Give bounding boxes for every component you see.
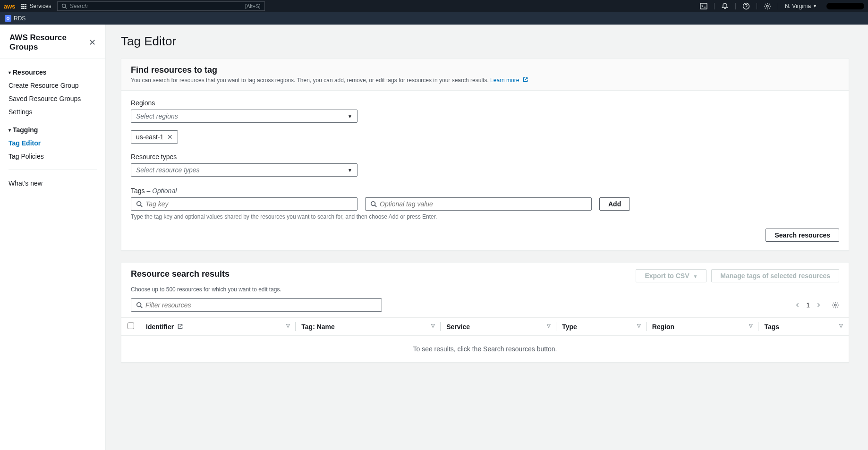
- regions-label: Regions: [131, 99, 839, 107]
- account-menu[interactable]: [826, 3, 864, 9]
- select-all-checkbox[interactable]: [128, 323, 134, 329]
- svg-point-11: [834, 304, 836, 306]
- results-subtitle: Choose up to 500 resources for which you…: [121, 286, 849, 298]
- sidebar-item-create-resource-group[interactable]: Create Resource Group: [0, 79, 105, 92]
- add-tag-button[interactable]: Add: [599, 197, 630, 211]
- settings-icon[interactable]: [764, 2, 771, 10]
- tags-hint: Type the tag key and optional values sha…: [131, 213, 839, 220]
- col-tag-name[interactable]: Tag: Name▽: [296, 318, 441, 336]
- sort-icon: ▽: [431, 323, 435, 328]
- sidebar-section-tagging[interactable]: Tagging: [0, 123, 105, 136]
- sort-icon: ▽: [839, 323, 843, 328]
- find-resources-panel: Find resources to tag You can search for…: [121, 58, 849, 251]
- svg-point-5: [137, 202, 141, 206]
- svg-point-7: [371, 202, 375, 206]
- rds-service-link[interactable]: RDS: [14, 15, 26, 22]
- sort-icon: ▽: [286, 323, 290, 328]
- svg-line-1: [65, 7, 67, 8]
- page-number: 1: [806, 301, 810, 309]
- sidebar-item-whats-new[interactable]: What's new: [0, 177, 105, 190]
- caret-down-icon: ▼: [348, 168, 352, 173]
- caret-down-icon: ▼: [693, 274, 698, 279]
- col-region[interactable]: Region▽: [647, 318, 759, 336]
- sidebar-item-saved-resource-groups[interactable]: Saved Resource Groups: [0, 92, 105, 105]
- region-chip-us-east-1: us-east-1 ✕: [131, 130, 178, 144]
- tag-value-input[interactable]: [365, 197, 592, 211]
- results-table: Identifier ▽ Tag: Name▽ Service▽ Type▽ R…: [121, 317, 849, 362]
- remove-region-icon[interactable]: ✕: [167, 133, 173, 141]
- top-nav: aws Services Search [Alt+S] N. Virginia …: [0, 0, 868, 12]
- external-link-icon: [178, 324, 183, 329]
- notifications-icon[interactable]: [721, 2, 729, 10]
- caret-down-icon: ▼: [348, 114, 352, 119]
- sidebar-item-settings[interactable]: Settings: [0, 105, 105, 119]
- col-service[interactable]: Service▽: [441, 318, 556, 336]
- search-placeholder: Search: [70, 3, 88, 9]
- resource-types-label: Resource types: [131, 153, 839, 161]
- aws-logo[interactable]: aws: [4, 3, 16, 10]
- search-icon: [370, 201, 377, 207]
- results-title: Resource search results: [131, 269, 230, 279]
- svg-point-0: [62, 4, 66, 8]
- service-bar: ⚙ RDS: [0, 12, 868, 25]
- col-type[interactable]: Type▽: [556, 318, 646, 336]
- search-icon: [136, 302, 143, 308]
- find-panel-subtitle: You can search for resources that you wa…: [131, 77, 489, 84]
- col-tags[interactable]: Tags▽: [758, 318, 849, 336]
- svg-point-4: [766, 5, 768, 7]
- cloudshell-icon[interactable]: [700, 2, 707, 10]
- services-menu[interactable]: Services: [30, 3, 51, 9]
- sidebar-title: AWS Resource Groups: [9, 33, 89, 52]
- caret-down-icon: ▼: [813, 4, 817, 8]
- sort-icon: ▽: [749, 323, 753, 328]
- svg-line-10: [141, 306, 143, 308]
- sidebar-section-resources[interactable]: Resources: [0, 66, 105, 79]
- search-shortcut: [Alt+S]: [245, 3, 261, 9]
- sort-icon: ▽: [547, 323, 551, 328]
- filter-resources-input[interactable]: [131, 298, 382, 312]
- page-title: Tag Editor: [121, 34, 849, 49]
- results-panel: Resource search results Export to CSV ▼ …: [121, 262, 849, 363]
- search-icon: [61, 3, 67, 9]
- sort-icon: ▽: [637, 323, 641, 328]
- external-link-icon: [523, 77, 528, 82]
- tags-label: Tags – Optional: [131, 187, 839, 195]
- resource-types-select[interactable]: Select resource types ▼: [131, 163, 357, 177]
- regions-select[interactable]: Select regions ▼: [131, 110, 357, 123]
- services-grid-icon[interactable]: [21, 4, 27, 9]
- empty-message: To see results, click the Search resourc…: [121, 336, 849, 363]
- svg-line-6: [141, 205, 143, 207]
- close-sidebar-icon[interactable]: ✕: [89, 37, 96, 48]
- sidebar-item-tag-policies[interactable]: Tag Policies: [0, 150, 105, 163]
- svg-rect-2: [700, 3, 707, 9]
- tag-key-input[interactable]: [131, 197, 357, 211]
- svg-point-9: [137, 303, 141, 307]
- region-selector[interactable]: N. Virginia ▼: [785, 3, 817, 9]
- global-search-input[interactable]: Search [Alt+S]: [57, 1, 265, 11]
- help-icon[interactable]: [742, 2, 750, 10]
- rds-service-icon: ⚙: [5, 15, 11, 22]
- search-resources-button[interactable]: Search resources: [766, 229, 839, 242]
- learn-more-link[interactable]: Learn more: [490, 77, 528, 84]
- region-chip-label: us-east-1: [136, 133, 163, 141]
- sidebar: AWS Resource Groups ✕ Resources Create R…: [0, 25, 106, 450]
- find-panel-title: Find resources to tag: [131, 65, 839, 75]
- table-settings-icon[interactable]: [832, 301, 839, 309]
- main-content: Tag Editor Find resources to tag You can…: [106, 25, 868, 450]
- col-identifier[interactable]: Identifier ▽: [140, 318, 296, 336]
- sidebar-item-tag-editor[interactable]: Tag Editor: [0, 136, 105, 150]
- export-csv-button[interactable]: Export to CSV ▼: [636, 269, 706, 282]
- pagination: 1: [795, 301, 839, 309]
- top-nav-right: N. Virginia ▼: [700, 2, 864, 10]
- empty-state-row: To see results, click the Search resourc…: [121, 336, 849, 363]
- next-page-icon[interactable]: [816, 302, 821, 308]
- manage-tags-button[interactable]: Manage tags of selected resources: [711, 269, 839, 282]
- search-icon: [136, 201, 143, 207]
- svg-line-8: [375, 205, 377, 207]
- prev-page-icon[interactable]: [795, 302, 800, 308]
